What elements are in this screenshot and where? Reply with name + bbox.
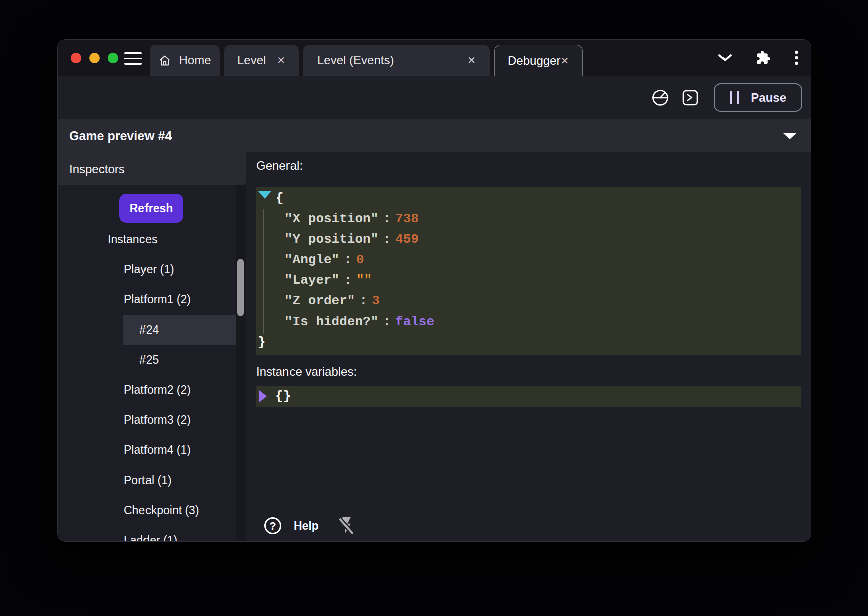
- hamburger-menu-icon[interactable]: [124, 52, 142, 65]
- json-key: "Is hidden?": [284, 314, 378, 329]
- sidebar-title: Inspectors: [69, 162, 125, 176]
- tree-item-platform2[interactable]: Platform2 (2): [58, 375, 246, 405]
- json-colon: :: [360, 293, 368, 309]
- close-window-button[interactable]: [71, 53, 81, 63]
- open-brace: {: [276, 191, 284, 206]
- json-root-row: {: [256, 188, 801, 209]
- inspectors-sidebar: Inspectors Refresh Instances Player (1) …: [58, 152, 246, 542]
- tree-item-label: Checkpoint (3): [58, 504, 199, 517]
- pause-label: Pause: [751, 91, 786, 105]
- tab-level[interactable]: Level ✕: [224, 45, 299, 76]
- close-brace: }: [258, 335, 266, 350]
- tree-item-platform1[interactable]: Platform1 (2): [58, 284, 246, 315]
- close-tab-icon[interactable]: ✕: [467, 55, 476, 65]
- collapse-arrow-icon[interactable]: [258, 191, 271, 199]
- tab-level-events[interactable]: Level (Events) ✕: [303, 45, 490, 76]
- general-json-viewer: { "X position":738 "Y position":459 "Ang…: [256, 187, 801, 355]
- json-value[interactable]: false: [395, 314, 435, 329]
- debugger-toolbar: Pause: [58, 76, 811, 119]
- json-colon: :: [344, 273, 352, 288]
- json-value[interactable]: 3: [372, 293, 380, 309]
- tree-item-label: Platform3 (2): [58, 413, 191, 427]
- tree-item-instance-24[interactable]: #24: [58, 315, 246, 345]
- tree-item-platform3[interactable]: Platform3 (2): [58, 405, 246, 435]
- tab-label: Home: [179, 53, 211, 67]
- tab-home[interactable]: Home: [150, 45, 220, 76]
- help-button[interactable]: ? Help: [263, 516, 319, 535]
- json-colon: :: [383, 314, 391, 329]
- console-icon[interactable]: [682, 89, 699, 106]
- app-window: Home Level ✕ Level (Events) ✕ Debugger ✕: [57, 39, 811, 542]
- scrollbar-thumb[interactable]: [237, 259, 244, 316]
- kebab-menu-icon[interactable]: [794, 50, 799, 66]
- tree-item-label: Portal (1): [58, 474, 172, 487]
- chevron-down-icon[interactable]: [718, 54, 732, 62]
- tree-item-label: Instances: [58, 233, 157, 246]
- tree-item-checkpoint[interactable]: Checkpoint (3): [58, 495, 246, 525]
- tree-item-label: Platform1 (2): [58, 293, 191, 306]
- flash-off-icon[interactable]: [336, 515, 356, 536]
- game-preview-selector[interactable]: Game preview #4: [58, 119, 811, 152]
- json-value[interactable]: "": [356, 273, 372, 288]
- json-entry-angle: "Angle":0: [256, 250, 801, 270]
- instance-variables-label: Instance variables:: [256, 359, 801, 379]
- close-tab-icon[interactable]: ✕: [277, 55, 285, 65]
- minimize-window-button[interactable]: [89, 53, 100, 63]
- json-value[interactable]: 738: [395, 211, 419, 226]
- pause-icon: [730, 91, 739, 104]
- svg-text:?: ?: [269, 520, 276, 532]
- refresh-button[interactable]: Refresh: [119, 194, 183, 223]
- tree-item-label: Ladder (1): [58, 534, 177, 542]
- variables-value: {}: [275, 389, 291, 404]
- expand-arrow-icon[interactable]: [259, 390, 267, 402]
- tree-item-player[interactable]: Player (1): [58, 254, 246, 284]
- tree-item-ladder[interactable]: Ladder (1): [58, 525, 246, 542]
- json-value[interactable]: 459: [395, 232, 419, 247]
- tab-bar: Home Level ✕ Level (Events) ✕ Debugger ✕: [150, 45, 583, 76]
- tree-item-portal[interactable]: Portal (1): [58, 465, 246, 495]
- json-colon: :: [383, 232, 391, 247]
- json-key: "X position": [284, 211, 378, 226]
- pause-button[interactable]: Pause: [714, 83, 802, 112]
- debugger-body: Inspectors Refresh Instances Player (1) …: [58, 152, 811, 542]
- game-preview-title: Game preview #4: [69, 129, 783, 143]
- profiler-gauge-icon[interactable]: [651, 88, 670, 107]
- inspector-panel: General: { "X position":738 "Y position"…: [246, 152, 811, 542]
- sidebar-header: Inspectors: [58, 152, 246, 185]
- json-colon: :: [383, 211, 391, 226]
- tab-label: Level (Events): [317, 53, 394, 67]
- help-label: Help: [294, 519, 319, 533]
- json-entry-is-hidden: "Is hidden?":false: [256, 312, 801, 332]
- general-section-label: General:: [256, 152, 801, 173]
- indent-guide: [263, 209, 264, 334]
- dropdown-arrow-icon[interactable]: [783, 133, 797, 139]
- instance-variables-viewer: {}: [256, 386, 801, 407]
- tree-item-label: Platform2 (2): [58, 383, 191, 397]
- scrollbar-track[interactable]: [236, 185, 246, 542]
- tree-item-instance-25[interactable]: #25: [58, 345, 246, 375]
- json-colon: :: [344, 252, 352, 267]
- titlebar-actions: [718, 40, 799, 76]
- sidebar-scroll-area: Refresh Instances Player (1) Platform1 (…: [58, 185, 246, 542]
- tree-item-label: #24: [58, 323, 159, 337]
- tab-debugger[interactable]: Debugger ✕: [494, 45, 583, 76]
- tree-item-platform4[interactable]: Platform4 (1): [58, 435, 246, 465]
- maximize-window-button[interactable]: [108, 53, 118, 63]
- json-entry-layer: "Layer":"": [256, 270, 801, 291]
- help-row: ? Help: [263, 515, 356, 536]
- json-key: "Z order": [284, 293, 355, 309]
- json-entry-z-order: "Z order":3: [256, 291, 801, 312]
- json-close-row: }: [256, 332, 801, 353]
- window-controls: [71, 53, 118, 63]
- close-tab-icon[interactable]: ✕: [560, 56, 569, 66]
- json-value[interactable]: 0: [356, 252, 364, 267]
- json-key: "Layer": [284, 273, 339, 288]
- json-key: "Angle": [284, 252, 339, 267]
- tree-item-instances[interactable]: Instances: [58, 224, 246, 254]
- home-icon: [158, 54, 171, 67]
- tree-item-label: Player (1): [58, 263, 174, 276]
- tab-label: Level: [237, 53, 266, 67]
- tree-item-label: Platform4 (1): [58, 443, 191, 457]
- puzzle-extension-icon[interactable]: [756, 50, 771, 65]
- title-bar: Home Level ✕ Level (Events) ✕ Debugger ✕: [58, 40, 811, 76]
